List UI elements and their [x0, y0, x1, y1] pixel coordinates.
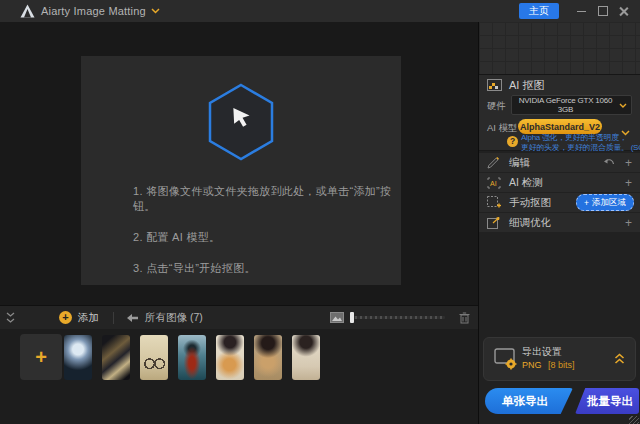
titlebar: Aiarty Image Matting 主页	[0, 0, 640, 23]
thumbnail-dark-abstract[interactable]	[102, 335, 130, 380]
transparency-preview	[479, 22, 640, 75]
section-ai-detect-label: AI 检测	[509, 176, 543, 190]
home-button[interactable]: 主页	[519, 3, 559, 19]
thumbnail-woman-bouquet[interactable]	[216, 335, 244, 380]
export-settings-icon	[494, 348, 518, 374]
resize-grip[interactable]	[629, 416, 639, 424]
thumbnail-toolbar: + 添加 所有图像 (7)	[0, 305, 478, 330]
manual-matting-icon	[487, 196, 501, 209]
thumbnail-strip: +	[0, 329, 478, 424]
collapse-panel-icon[interactable]	[6, 312, 15, 323]
thumbnail-size-icon	[330, 312, 344, 323]
double-chevron-up-icon[interactable]	[614, 351, 625, 369]
model-description-tag: (SOTA)	[631, 143, 640, 152]
single-export-button[interactable]: 单张导出	[485, 388, 573, 414]
dropzone-instructions: 1. 将图像文件或文件夹拖放到此处，或单击“添加”按钮。 2. 配置 AI 模型…	[133, 184, 401, 292]
hardware-label: 硬件	[487, 100, 506, 113]
model-description-line2: 更好的头发，更好的混合质量。	[521, 143, 629, 152]
toolbar-right-group	[330, 312, 470, 324]
model-description: Alpha 强化，更好的半透明度， 更好的头发，更好的混合质量。 (SOTA)	[521, 133, 640, 152]
add-region-button[interactable]: + 添加区域	[576, 194, 634, 211]
expand-fine-tune-icon[interactable]: +	[625, 217, 632, 229]
window-controls	[571, 2, 634, 20]
hardware-dropdown[interactable]: NVIDIA GeForce GTX 1060 3GB	[511, 95, 632, 115]
undo-icon[interactable]	[603, 154, 615, 172]
add-image-tile[interactable]: +	[20, 334, 62, 380]
thumbnail-bicycle[interactable]	[140, 335, 168, 380]
ai-matting-title: AI 抠图	[509, 78, 544, 93]
thumbnail-woman-red-dress[interactable]	[178, 335, 206, 380]
instruction-step-2: 2. 配置 AI 模型。	[133, 230, 401, 245]
edit-pencil-icon	[487, 156, 501, 169]
model-label: AI 模型	[487, 122, 518, 135]
section-manual-matting[interactable]: 手动抠图 + 添加区域	[479, 193, 640, 212]
export-format: PNG [8 bits]	[522, 360, 575, 370]
thumbnail-woman-gold-floral[interactable]	[254, 335, 282, 380]
close-icon	[619, 6, 629, 16]
hexagon-cursor-icon	[205, 82, 277, 162]
toolbar-divider	[113, 312, 114, 324]
ai-matting-section: AI 抠图 硬件 NVIDIA GeForce GTX 1060 3GB AI …	[479, 75, 640, 151]
drop-zone[interactable]: 1. 将图像文件或文件夹拖放到此处，或单击“添加”按钮。 2. 配置 AI 模型…	[81, 56, 401, 285]
ai-matting-icon	[487, 79, 502, 93]
add-images-button[interactable]: +	[59, 311, 72, 324]
thumbnail-jellyfish[interactable]	[64, 335, 92, 380]
add-images-label[interactable]: 添加	[78, 311, 99, 325]
expand-ai-detect-icon[interactable]: +	[625, 177, 632, 189]
help-icon[interactable]: ?	[507, 136, 518, 147]
app-title: Aiarty Image Matting	[41, 5, 146, 17]
sidebar: AI 抠图 硬件 NVIDIA GeForce GTX 1060 3GB AI …	[478, 22, 640, 424]
model-dropdown[interactable]: AlphaStandard_V2	[518, 119, 602, 134]
expand-edit-icon[interactable]: +	[625, 157, 632, 169]
section-ai-detect[interactable]: AI AI 检测 +	[479, 173, 640, 192]
thumbnail-woman-cream-floral[interactable]	[292, 335, 320, 380]
minimize-button[interactable]	[571, 2, 592, 20]
section-edit-label: 编辑	[509, 156, 530, 170]
fine-tune-icon	[487, 217, 501, 229]
ai-matting-header: AI 抠图	[487, 78, 544, 93]
section-fine-tune-label: 细调优化	[509, 216, 551, 230]
maximize-icon	[598, 6, 608, 16]
title-dropdown-chevron-icon[interactable]	[151, 8, 160, 14]
chevron-down-icon	[619, 103, 627, 108]
model-description-line1: Alpha 强化，更好的半透明度，	[521, 133, 640, 143]
minimize-icon	[577, 11, 586, 12]
instruction-step-1: 1. 将图像文件或文件夹拖放到此处，或单击“添加”按钮。	[133, 184, 401, 214]
section-fine-tune[interactable]: 细调优化 +	[479, 213, 640, 232]
thumbnail-size-slider[interactable]	[350, 316, 445, 319]
section-edit[interactable]: 编辑 +	[479, 153, 640, 172]
export-settings-panel: 导出设置 PNG [8 bits]	[483, 337, 636, 381]
export-format-value: PNG	[522, 360, 542, 370]
delete-image-icon[interactable]	[459, 312, 470, 324]
plus-icon: +	[584, 198, 589, 208]
add-region-label: 添加区域	[592, 197, 626, 209]
instruction-step-3: 3. 点击“导出”开始抠图。	[133, 261, 401, 276]
export-bit-depth: [8 bits]	[548, 360, 575, 370]
back-arrow-icon[interactable]	[126, 313, 139, 323]
export-settings-label: 导出设置	[522, 345, 562, 359]
main-canvas: 1. 将图像文件或文件夹拖放到此处，或单击“添加”按钮。 2. 配置 AI 模型…	[0, 22, 478, 424]
svg-text:AI: AI	[490, 180, 497, 187]
section-manual-matting-label: 手动抠图	[509, 196, 551, 210]
batch-export-button[interactable]: 批量导出	[575, 388, 639, 414]
app-logo-icon	[20, 4, 35, 18]
maximize-button[interactable]	[592, 2, 613, 20]
slider-handle[interactable]	[350, 312, 354, 323]
all-images-filter[interactable]: 所有图像 (7)	[145, 311, 203, 325]
app-window: Aiarty Image Matting 主页 1. 将图像文件或文件夹拖放到此…	[0, 0, 640, 424]
ai-detect-icon: AI	[487, 177, 501, 189]
close-button[interactable]	[613, 2, 634, 20]
hardware-value: NVIDIA GeForce GTX 1060 3GB	[512, 96, 619, 114]
